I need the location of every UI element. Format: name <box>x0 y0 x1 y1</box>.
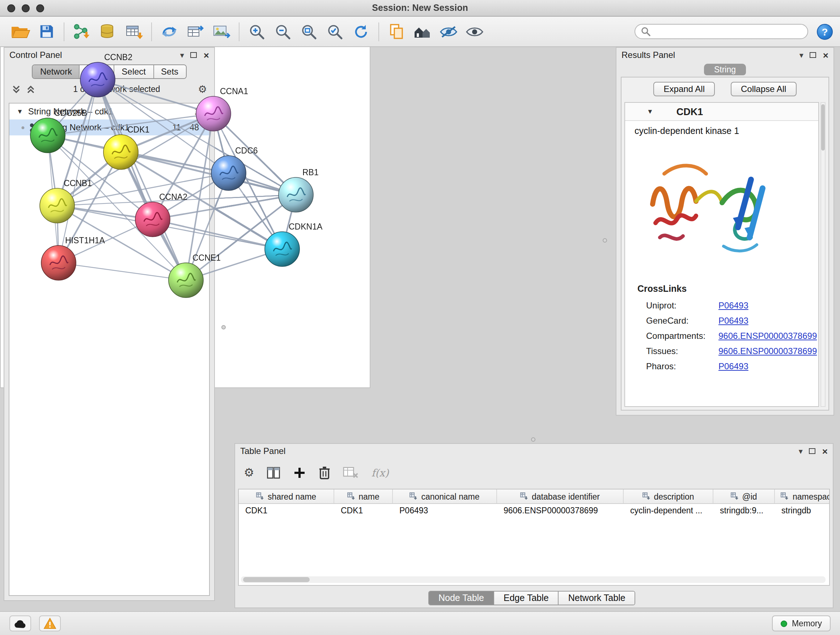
table-header-row: shared namenamecanonical namedatabase id… <box>239 489 829 504</box>
results-scrollbar[interactable] <box>821 102 826 407</box>
crosslink-row: Tissues:9606.ENSP00000378699 <box>625 343 818 358</box>
network-node-RB1[interactable]: RB1 <box>279 168 319 212</box>
crosslink-link[interactable]: P06493 <box>718 361 748 371</box>
tab-node-table[interactable]: Node Table <box>429 592 494 605</box>
memory-button[interactable]: Memory <box>772 616 831 631</box>
column-header-name[interactable]: name <box>334 489 393 503</box>
crosslinks-list: Uniprot:P06493GeneCard:P06493Compartment… <box>625 298 818 374</box>
crosslink-link[interactable]: P06493 <box>718 315 748 325</box>
toolbar-separator <box>378 22 379 41</box>
table-cell[interactable]: cyclin-dependent ... <box>624 504 714 518</box>
table-panel: Table Panel ▾ × ⚙ f(x) shared namenameca… <box>234 443 834 608</box>
table-cell[interactable]: CDK1 <box>334 504 393 518</box>
table-panel-title: Table Panel <box>240 446 286 456</box>
node-label: CDK1 <box>127 125 149 134</box>
add-column-icon[interactable] <box>294 466 306 479</box>
network-edge[interactable] <box>153 219 282 249</box>
collapse-all-button[interactable]: Collapse All <box>731 82 796 96</box>
table-cell[interactable]: stringdb <box>775 504 830 518</box>
results-panel-header: Results Panel ▾ × <box>616 48 834 62</box>
column-header-label: canonical name <box>421 492 479 501</box>
network-node-CCNB2[interactable]: CCNB2 <box>80 52 133 97</box>
float-icon <box>809 448 816 454</box>
status-bar: Memory <box>0 611 840 635</box>
network-node-CDKN1A[interactable]: CDKN1A <box>265 222 323 266</box>
network-node-CCNA1[interactable]: CCNA1 <box>196 87 248 131</box>
panel-close-button[interactable]: × <box>822 447 828 456</box>
network-node-CDC25B[interactable]: CDC25B <box>30 108 87 153</box>
crosslink-row: GeneCard:P06493 <box>625 313 818 328</box>
panel-menu-button[interactable]: ▾ <box>799 51 804 59</box>
tab-string[interactable]: String <box>704 64 746 75</box>
welcome-screen-button[interactable] <box>409 20 436 43</box>
hide-details-button[interactable] <box>436 20 462 43</box>
crosslink-label: Compartments: <box>646 331 718 340</box>
crosslink-label: Uniprot: <box>646 300 718 310</box>
network-edge[interactable] <box>98 80 186 280</box>
network-canvas[interactable]: CCNB2CCNA1CDC25BCDK1CDC6RB1CCNB1CCNA2CDK… <box>0 0 369 369</box>
duplicate-document-button[interactable] <box>384 20 409 43</box>
crosslink-link[interactable]: P06493 <box>718 300 748 310</box>
cloud-status-button[interactable] <box>9 616 31 631</box>
protein-section-header[interactable]: ▼ CDK1 <box>625 103 818 121</box>
network-edge[interactable] <box>58 263 186 280</box>
splitter-handle[interactable] <box>603 238 607 242</box>
table-cell[interactable]: P06493 <box>393 504 497 518</box>
column-header-shared-name[interactable]: shared name <box>239 489 334 503</box>
search-input[interactable] <box>654 27 802 36</box>
column-sort-icon <box>256 492 264 500</box>
delete-column-icon[interactable] <box>319 466 331 480</box>
column-header-database-identifier[interactable]: database identifier <box>497 489 624 503</box>
scrollbar-thumb[interactable] <box>243 577 309 582</box>
network-node-CDK1[interactable]: CDK1 <box>103 125 149 169</box>
crosslink-label: GeneCard: <box>646 315 718 325</box>
panel-float-button[interactable] <box>809 448 816 454</box>
crosslink-link[interactable]: 9606.ENSP00000378699 <box>718 331 817 340</box>
crosslink-label: Pharos: <box>646 361 718 371</box>
table-cell[interactable]: CDK1 <box>239 504 334 518</box>
table-toolbar: ⚙ f(x) <box>244 461 389 485</box>
panel-float-button[interactable] <box>810 52 816 58</box>
copy-icon <box>388 23 405 40</box>
table-body: CDK1CDK1P064939606.ENSP00000378699cyclin… <box>239 504 829 518</box>
help-button[interactable]: ? <box>817 24 833 40</box>
horizontal-scrollbar[interactable] <box>241 576 826 583</box>
network-edge[interactable] <box>98 80 213 114</box>
table-cell[interactable]: stringdb:9... <box>714 504 775 518</box>
table-cell[interactable]: 9606.ENSP00000378699 <box>497 504 624 518</box>
column-header--id[interactable]: @id <box>714 489 775 503</box>
column-header-label: @id <box>742 492 757 501</box>
expand-all-button[interactable]: Expand All <box>654 82 715 96</box>
crosslinks-title: CrossLinks <box>638 284 818 294</box>
column-header-namespac[interactable]: namespac <box>775 489 830 503</box>
column-header-description[interactable]: description <box>624 489 714 503</box>
memory-status-dot <box>781 620 788 627</box>
table-settings-gear-icon[interactable]: ⚙ <box>244 467 254 478</box>
results-panel-title: Results Panel <box>622 50 675 60</box>
crosslink-label: Tissues: <box>646 346 718 356</box>
show-details-button[interactable] <box>462 20 488 43</box>
show-columns-icon[interactable] <box>267 466 281 480</box>
tab-network-table[interactable]: Network Table <box>559 592 635 605</box>
crosslink-row: Uniprot:P06493 <box>625 298 818 313</box>
table-type-tabs: Node Table Edge Table Network Table <box>428 591 636 605</box>
function-builder-icon: f(x) <box>371 467 389 478</box>
column-sort-icon <box>642 492 650 500</box>
column-header-label: shared name <box>268 492 316 501</box>
panel-menu-button[interactable]: ▾ <box>799 447 803 455</box>
crosslink-row: Compartments:9606.ENSP00000378699 <box>625 328 818 343</box>
warnings-button[interactable] <box>39 616 61 631</box>
table-row[interactable]: CDK1CDK1P064939606.ENSP00000378699cyclin… <box>239 504 829 518</box>
splitter-handle[interactable] <box>221 325 226 329</box>
scrollbar-thumb[interactable] <box>821 104 825 150</box>
crosslink-link[interactable]: 9606.ENSP00000378699 <box>718 346 817 356</box>
tab-edge-table[interactable]: Edge Table <box>494 592 559 605</box>
network-node-HIST1H1A[interactable]: HIST1H1A <box>41 236 105 280</box>
panel-close-button[interactable]: × <box>823 50 829 60</box>
column-header-canonical-name[interactable]: canonical name <box>393 489 497 503</box>
column-header-label: description <box>654 492 694 501</box>
string-results-box: Expand All Collapse All ▼ CDK1 cyclin-de… <box>621 77 829 410</box>
node-label: CDKN1A <box>289 222 323 231</box>
splitter-handle[interactable] <box>531 437 535 442</box>
collapse-section-icon[interactable]: ▼ <box>647 108 653 115</box>
